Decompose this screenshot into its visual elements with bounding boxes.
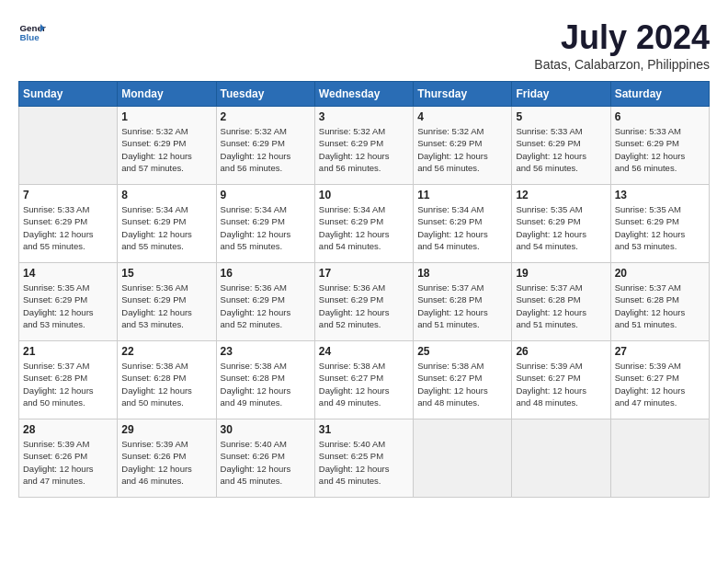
- cell-content: Sunrise: 5:32 AM Sunset: 6:29 PM Dayligh…: [319, 125, 409, 174]
- cell-content: Sunrise: 5:40 AM Sunset: 6:26 PM Dayligh…: [221, 438, 311, 487]
- day-number: 30: [221, 423, 311, 436]
- cell-content: Sunrise: 5:35 AM Sunset: 6:29 PM Dayligh…: [23, 282, 113, 330]
- day-number: 7: [23, 189, 113, 201]
- day-number: 10: [319, 189, 409, 201]
- title-area: July 2024 Batas, Calabarzon, Philippines: [534, 18, 710, 72]
- cell-content: Sunrise: 5:38 AM Sunset: 6:27 PM Dayligh…: [319, 360, 409, 408]
- day-number: 24: [319, 345, 409, 358]
- cell-content: Sunrise: 5:32 AM Sunset: 6:29 PM Dayligh…: [121, 125, 211, 174]
- calendar-cell: 23Sunrise: 5:38 AM Sunset: 6:28 PM Dayli…: [216, 341, 314, 419]
- header-day-sunday: Sunday: [19, 82, 118, 107]
- calendar-cell: [610, 419, 709, 498]
- calendar-cell: 2Sunrise: 5:32 AM Sunset: 6:29 PM Daylig…: [216, 107, 314, 185]
- calendar-cell: 31Sunrise: 5:40 AM Sunset: 6:25 PM Dayli…: [314, 419, 413, 498]
- day-number: 23: [221, 345, 311, 358]
- cell-content: Sunrise: 5:35 AM Sunset: 6:29 PM Dayligh…: [615, 203, 705, 252]
- cell-content: Sunrise: 5:39 AM Sunset: 6:26 PM Dayligh…: [121, 438, 211, 487]
- day-number: 4: [417, 110, 507, 123]
- calendar-cell: 11Sunrise: 5:34 AM Sunset: 6:29 PM Dayli…: [414, 185, 512, 263]
- month-title: July 2024: [534, 18, 710, 57]
- calendar-cell: 27Sunrise: 5:39 AM Sunset: 6:27 PM Dayli…: [610, 341, 709, 419]
- calendar-cell: 1Sunrise: 5:32 AM Sunset: 6:29 PM Daylig…: [118, 107, 216, 185]
- cell-content: Sunrise: 5:36 AM Sunset: 6:29 PM Dayligh…: [221, 282, 311, 330]
- cell-content: Sunrise: 5:38 AM Sunset: 6:28 PM Dayligh…: [221, 360, 311, 408]
- cell-content: Sunrise: 5:34 AM Sunset: 6:29 PM Dayligh…: [121, 203, 211, 252]
- header-day-friday: Friday: [512, 82, 610, 107]
- header-day-thursday: Thursday: [414, 82, 512, 107]
- calendar-cell: 17Sunrise: 5:36 AM Sunset: 6:29 PM Dayli…: [314, 263, 413, 341]
- day-number: 28: [23, 423, 113, 436]
- cell-content: Sunrise: 5:37 AM Sunset: 6:28 PM Dayligh…: [615, 282, 705, 330]
- calendar-cell: 10Sunrise: 5:34 AM Sunset: 6:29 PM Dayli…: [314, 185, 413, 263]
- cell-content: Sunrise: 5:38 AM Sunset: 6:27 PM Dayligh…: [417, 360, 507, 408]
- calendar-cell: 14Sunrise: 5:35 AM Sunset: 6:29 PM Dayli…: [19, 263, 118, 341]
- calendar-cell: 22Sunrise: 5:38 AM Sunset: 6:28 PM Dayli…: [118, 341, 216, 419]
- cell-content: Sunrise: 5:32 AM Sunset: 6:29 PM Dayligh…: [221, 125, 311, 174]
- header-row: SundayMondayTuesdayWednesdayThursdayFrid…: [19, 82, 710, 107]
- cell-content: Sunrise: 5:34 AM Sunset: 6:29 PM Dayligh…: [319, 203, 409, 252]
- cell-content: Sunrise: 5:39 AM Sunset: 6:27 PM Dayligh…: [615, 360, 705, 408]
- week-row-4: 28Sunrise: 5:39 AM Sunset: 6:26 PM Dayli…: [19, 419, 710, 498]
- calendar-cell: 18Sunrise: 5:37 AM Sunset: 6:28 PM Dayli…: [414, 263, 512, 341]
- header-day-monday: Monday: [118, 82, 216, 107]
- day-number: 26: [516, 345, 606, 358]
- cell-content: Sunrise: 5:33 AM Sunset: 6:29 PM Dayligh…: [615, 125, 705, 174]
- calendar-cell: 29Sunrise: 5:39 AM Sunset: 6:26 PM Dayli…: [118, 419, 216, 498]
- day-number: 21: [23, 345, 113, 358]
- header-day-wednesday: Wednesday: [314, 82, 413, 107]
- calendar-cell: 13Sunrise: 5:35 AM Sunset: 6:29 PM Dayli…: [610, 185, 709, 263]
- calendar-cell: 30Sunrise: 5:40 AM Sunset: 6:26 PM Dayli…: [216, 419, 314, 498]
- calendar-cell: 25Sunrise: 5:38 AM Sunset: 6:27 PM Dayli…: [414, 341, 512, 419]
- svg-text:Blue: Blue: [20, 32, 40, 42]
- cell-content: Sunrise: 5:36 AM Sunset: 6:29 PM Dayligh…: [121, 282, 211, 330]
- day-number: 22: [121, 345, 211, 358]
- cell-content: Sunrise: 5:32 AM Sunset: 6:29 PM Dayligh…: [417, 125, 507, 174]
- day-number: 17: [319, 267, 409, 280]
- calendar-cell: [19, 107, 118, 185]
- cell-content: Sunrise: 5:38 AM Sunset: 6:28 PM Dayligh…: [121, 360, 211, 408]
- cell-content: Sunrise: 5:36 AM Sunset: 6:29 PM Dayligh…: [319, 282, 409, 330]
- logo: General Blue: [18, 18, 46, 46]
- week-row-3: 21Sunrise: 5:37 AM Sunset: 6:28 PM Dayli…: [19, 341, 710, 419]
- day-number: 31: [319, 423, 409, 436]
- day-number: 27: [615, 345, 705, 358]
- calendar-table: SundayMondayTuesdayWednesdayThursdayFrid…: [18, 81, 710, 498]
- day-number: 3: [319, 110, 409, 123]
- cell-content: Sunrise: 5:34 AM Sunset: 6:29 PM Dayligh…: [417, 203, 507, 252]
- calendar-cell: [414, 419, 512, 498]
- day-number: 16: [221, 267, 311, 280]
- day-number: 29: [121, 423, 211, 436]
- week-row-2: 14Sunrise: 5:35 AM Sunset: 6:29 PM Dayli…: [19, 263, 710, 341]
- day-number: 14: [23, 267, 113, 280]
- location: Batas, Calabarzon, Philippines: [534, 57, 710, 72]
- day-number: 15: [121, 267, 211, 280]
- day-number: 11: [417, 189, 507, 201]
- calendar-cell: 6Sunrise: 5:33 AM Sunset: 6:29 PM Daylig…: [610, 107, 709, 185]
- calendar-cell: 20Sunrise: 5:37 AM Sunset: 6:28 PM Dayli…: [610, 263, 709, 341]
- calendar-cell: 5Sunrise: 5:33 AM Sunset: 6:29 PM Daylig…: [512, 107, 610, 185]
- day-number: 12: [516, 189, 606, 201]
- calendar-cell: 9Sunrise: 5:34 AM Sunset: 6:29 PM Daylig…: [216, 185, 314, 263]
- day-number: 5: [516, 110, 606, 123]
- day-number: 2: [221, 110, 311, 123]
- day-number: 9: [221, 189, 311, 201]
- calendar-cell: 3Sunrise: 5:32 AM Sunset: 6:29 PM Daylig…: [314, 107, 413, 185]
- page-header: General Blue July 2024 Batas, Calabarzon…: [18, 18, 710, 72]
- cell-content: Sunrise: 5:35 AM Sunset: 6:29 PM Dayligh…: [516, 203, 606, 252]
- calendar-cell: 19Sunrise: 5:37 AM Sunset: 6:28 PM Dayli…: [512, 263, 610, 341]
- day-number: 6: [615, 110, 705, 123]
- logo-icon: General Blue: [18, 18, 46, 46]
- day-number: 25: [417, 345, 507, 358]
- calendar-cell: 15Sunrise: 5:36 AM Sunset: 6:29 PM Dayli…: [118, 263, 216, 341]
- day-number: 1: [121, 110, 211, 123]
- calendar-cell: [512, 419, 610, 498]
- day-number: 13: [615, 189, 705, 201]
- calendar-cell: 8Sunrise: 5:34 AM Sunset: 6:29 PM Daylig…: [118, 185, 216, 263]
- calendar-cell: 12Sunrise: 5:35 AM Sunset: 6:29 PM Dayli…: [512, 185, 610, 263]
- cell-content: Sunrise: 5:39 AM Sunset: 6:27 PM Dayligh…: [516, 360, 606, 408]
- day-number: 18: [417, 267, 507, 280]
- calendar-cell: 28Sunrise: 5:39 AM Sunset: 6:26 PM Dayli…: [19, 419, 118, 498]
- calendar-cell: 7Sunrise: 5:33 AM Sunset: 6:29 PM Daylig…: [19, 185, 118, 263]
- calendar-cell: 24Sunrise: 5:38 AM Sunset: 6:27 PM Dayli…: [314, 341, 413, 419]
- header-day-tuesday: Tuesday: [216, 82, 314, 107]
